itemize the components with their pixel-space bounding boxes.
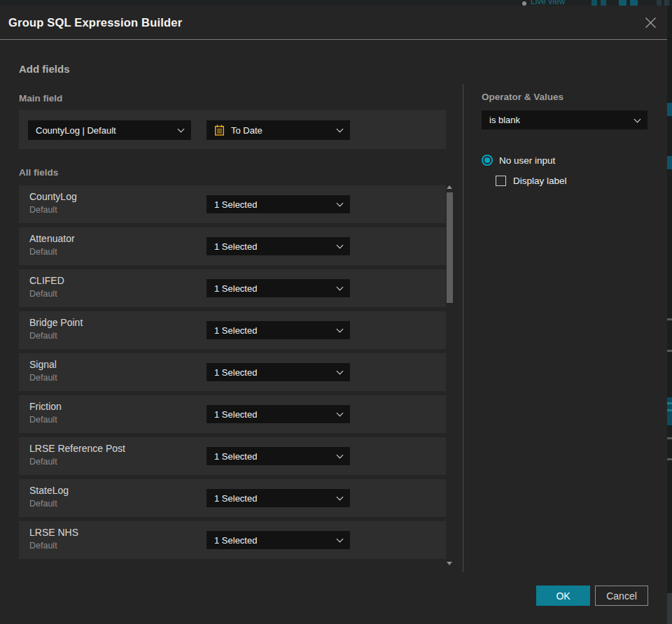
field-name: LRSE Reference Post <box>29 443 125 454</box>
field-default-label: Default <box>29 499 57 509</box>
field-name: CLIFED <box>29 275 64 286</box>
chevron-down-icon <box>634 115 641 122</box>
list-scrollbar[interactable] <box>446 184 454 565</box>
field-selected-dropdown[interactable]: 1 Selected <box>206 531 350 549</box>
chevron-down-icon <box>337 242 344 249</box>
chevron-down-icon <box>337 126 344 133</box>
operator-select-value: is blank <box>489 115 520 125</box>
operator-values-label: Operator & Values <box>482 92 564 102</box>
display-label-label: Display label <box>513 176 567 186</box>
cancel-button[interactable]: Cancel <box>595 586 648 606</box>
field-selected-value: 1 Selected <box>214 409 257 420</box>
field-row: Attenuator Default 1 Selected <box>19 227 446 265</box>
calendar-to-date-icon <box>214 125 225 136</box>
background-toolbar-fragment <box>630 0 638 6</box>
field-row: CountyLog Default 1 Selected <box>19 185 446 223</box>
chevron-down-icon <box>337 410 344 417</box>
background-panel-fragment <box>667 103 672 116</box>
field-row: CLIFED Default 1 Selected <box>19 269 446 307</box>
chevron-down-icon <box>337 326 344 333</box>
field-selected-dropdown[interactable]: 1 Selected <box>206 321 350 339</box>
field-name: LRSE NHS <box>29 527 78 538</box>
field-selected-dropdown[interactable]: 1 Selected <box>206 447 350 465</box>
field-name: Bridge Point <box>29 317 83 328</box>
add-fields-heading: Add fields <box>19 63 70 75</box>
background-toolbar-fragment <box>601 0 606 6</box>
field-default-label: Default <box>29 247 57 257</box>
display-label-checkbox[interactable]: Display label <box>496 176 567 186</box>
field-name: Signal <box>29 359 57 370</box>
field-row: Friction Default 1 Selected <box>19 395 446 433</box>
field-selected-dropdown[interactable]: 1 Selected <box>206 279 350 297</box>
field-row: LRSE NHS Default 1 Selected <box>19 521 446 559</box>
all-fields-list: CountyLog Default 1 Selected Attenuator … <box>19 185 446 563</box>
live-view-button[interactable]: Live view <box>531 0 575 6</box>
chevron-down-icon <box>337 284 344 291</box>
field-selected-dropdown[interactable]: 1 Selected <box>206 195 350 213</box>
field-selected-value: 1 Selected <box>214 367 257 378</box>
field-default-label: Default <box>29 373 57 383</box>
field-selected-value: 1 Selected <box>214 451 257 462</box>
field-default-label: Default <box>29 457 57 467</box>
operator-select[interactable]: is blank <box>482 111 648 129</box>
field-selected-value: 1 Selected <box>214 493 257 504</box>
column-divider <box>463 84 463 572</box>
field-row: Bridge Point Default 1 Selected <box>19 311 446 349</box>
field-default-label: Default <box>29 289 57 299</box>
main-field-label: Main field <box>19 93 62 104</box>
live-view-label: Live view <box>531 0 565 6</box>
main-field-select-value: CountyLog | Default <box>36 125 116 136</box>
main-field-panel: CountyLog | Default To Date <box>19 110 446 149</box>
date-type-select[interactable]: To Date <box>206 120 350 140</box>
scroll-down-arrow-icon[interactable] <box>447 562 452 565</box>
close-icon <box>645 17 657 29</box>
group-sql-expression-builder-dialog: Group SQL Expression Builder Add fields … <box>0 6 667 624</box>
field-selected-value: 1 Selected <box>214 325 257 336</box>
main-field-select[interactable]: CountyLog | Default <box>28 120 191 140</box>
chevron-down-icon <box>337 368 344 375</box>
field-selected-dropdown[interactable]: 1 Selected <box>206 489 350 507</box>
background-panel-fragment <box>667 350 672 352</box>
radio-selected-icon <box>482 155 493 166</box>
close-button[interactable] <box>643 15 658 30</box>
background-panel-fragment <box>667 458 672 460</box>
field-row: Signal Default 1 Selected <box>19 353 446 391</box>
chevron-down-icon <box>337 452 344 459</box>
background-toolbar-fragment <box>664 0 669 6</box>
field-selected-dropdown[interactable]: 1 Selected <box>206 237 350 255</box>
ok-button[interactable]: OK <box>536 586 590 606</box>
chevron-down-icon <box>337 200 344 207</box>
field-selected-value: 1 Selected <box>214 241 257 252</box>
background-panel-fragment <box>667 156 672 169</box>
field-name: Friction <box>29 401 62 412</box>
all-fields-label: All fields <box>19 167 58 178</box>
scrollbar-thumb[interactable] <box>447 192 453 303</box>
chevron-down-icon <box>337 536 344 543</box>
field-selected-value: 1 Selected <box>214 535 257 546</box>
dialog-header: Group SQL Expression Builder <box>0 6 667 40</box>
field-row: LRSE Reference Post Default 1 Selected <box>19 437 446 475</box>
scroll-up-arrow-icon[interactable] <box>447 185 452 189</box>
field-selected-value: 1 Selected <box>214 199 257 210</box>
field-default-label: Default <box>29 415 57 425</box>
field-default-label: Default <box>29 331 57 341</box>
no-user-input-radio[interactable]: No user input <box>482 155 555 166</box>
field-default-label: Default <box>29 541 57 551</box>
background-side-panel <box>667 6 672 624</box>
background-panel-fragment <box>667 397 672 425</box>
field-selected-value: 1 Selected <box>214 283 257 294</box>
background-panel-fragment <box>667 593 672 624</box>
background-panel-fragment <box>667 437 672 439</box>
dialog-title: Group SQL Expression Builder <box>8 16 182 29</box>
field-name: CountyLog <box>29 191 77 202</box>
field-selected-dropdown[interactable]: 1 Selected <box>206 363 350 381</box>
field-default-label: Default <box>29 205 57 215</box>
background-app-bar: Live view <box>0 0 672 6</box>
background-toolbar-fragment <box>657 0 662 6</box>
background-toolbar-fragment <box>619 0 626 6</box>
background-panel-fragment <box>667 409 672 411</box>
field-name: StateLog <box>29 485 69 496</box>
no-user-input-label: No user input <box>499 155 555 166</box>
chevron-down-icon <box>337 494 344 501</box>
field-selected-dropdown[interactable]: 1 Selected <box>206 405 350 423</box>
